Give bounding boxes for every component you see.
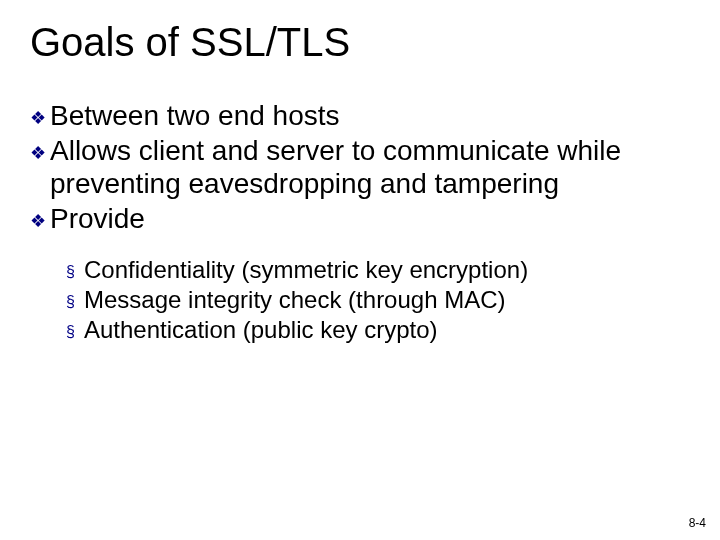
bullet-text: Provide xyxy=(50,203,145,234)
slide: Goals of SSL/TLS ❖Between two end hosts … xyxy=(0,0,720,540)
bullet-item: ❖Allows client and server to communicate… xyxy=(30,134,690,200)
page-number: 8-4 xyxy=(689,516,706,530)
slide-body: ❖Between two end hosts ❖Allows client an… xyxy=(30,99,690,345)
sub-bullet-text: Message integrity check (through MAC) xyxy=(84,286,506,313)
square-icon: § xyxy=(66,322,84,342)
sub-bullet-item: §Message integrity check (through MAC) xyxy=(66,285,690,315)
bullet-text: Allows client and server to communicate … xyxy=(50,135,621,199)
sub-bullet-text: Confidentiality (symmetric key encryptio… xyxy=(84,256,528,283)
square-icon: § xyxy=(66,292,84,312)
bullet-item: ❖Between two end hosts xyxy=(30,99,690,132)
diamond-icon: ❖ xyxy=(30,143,50,164)
diamond-icon: ❖ xyxy=(30,211,50,232)
sub-bullet-group: §Confidentiality (symmetric key encrypti… xyxy=(66,255,690,345)
bullet-text: Between two end hosts xyxy=(50,100,340,131)
square-icon: § xyxy=(66,262,84,282)
sub-bullet-item: §Confidentiality (symmetric key encrypti… xyxy=(66,255,690,285)
diamond-icon: ❖ xyxy=(30,108,50,129)
slide-title: Goals of SSL/TLS xyxy=(30,20,690,65)
sub-bullet-item: §Authentication (public key crypto) xyxy=(66,315,690,345)
sub-bullet-text: Authentication (public key crypto) xyxy=(84,316,438,343)
bullet-item: ❖Provide xyxy=(30,202,690,235)
